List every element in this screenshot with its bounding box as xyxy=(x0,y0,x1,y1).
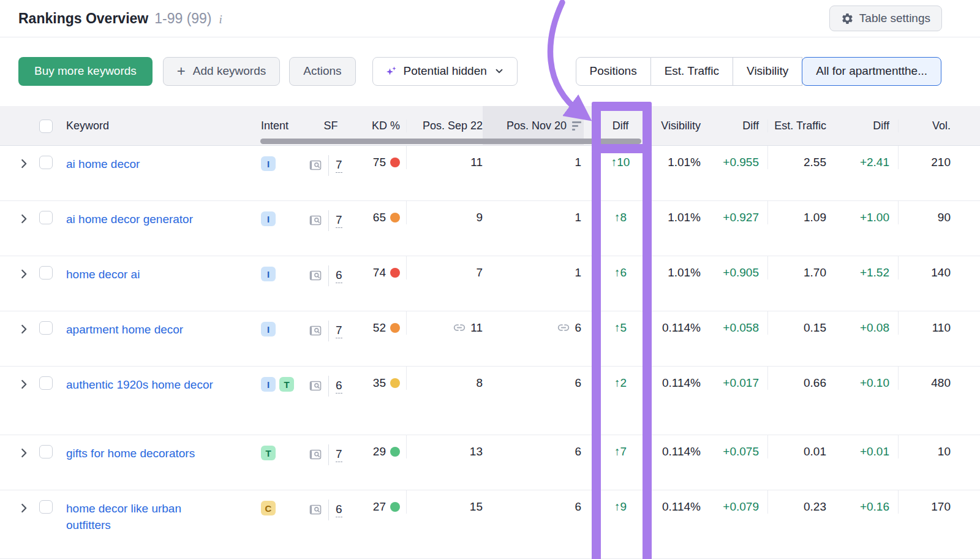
volume-value: 210 xyxy=(931,156,951,169)
pos-diff-cell: ↑2 xyxy=(584,367,657,390)
link-icon[interactable] xyxy=(453,323,466,332)
row-filler xyxy=(959,146,980,156)
sf-count[interactable]: 6 xyxy=(336,379,342,394)
keyword-link[interactable]: authentic 1920s home decor xyxy=(66,376,213,393)
serp-features-icon[interactable] xyxy=(309,270,323,282)
visibility-cell: 1.01% xyxy=(657,256,709,280)
col-intent[interactable]: Intent xyxy=(256,120,304,132)
expand-chevron-icon[interactable] xyxy=(17,267,31,281)
intent-badge-i[interactable]: I xyxy=(261,267,276,281)
view-tab-est-traffic[interactable]: Est. Traffic xyxy=(651,57,733,86)
buy-more-keywords-button[interactable]: Buy more keywords xyxy=(18,57,153,86)
expand-cell xyxy=(17,435,39,460)
table-settings-button[interactable]: Table settings xyxy=(829,6,942,31)
keyword-link[interactable]: ai home decor generator xyxy=(66,211,193,227)
intent-badge-i[interactable]: I xyxy=(261,211,276,226)
volume-cell: 480 xyxy=(898,367,959,390)
visibility-diff-cell: +0.079 xyxy=(709,490,767,514)
intent-badge-i[interactable]: I xyxy=(261,377,276,392)
pos-sep-22-cell: 11 xyxy=(406,146,483,169)
intent-badge-i[interactable]: I xyxy=(261,322,276,337)
expand-chevron-icon[interactable] xyxy=(17,212,31,226)
kd-difficulty-dot xyxy=(390,447,400,457)
est-traffic-cell: 1.09 xyxy=(767,201,835,224)
est-traffic-value: 0.66 xyxy=(804,376,826,390)
info-icon[interactable]: i xyxy=(219,13,222,26)
col-visibility-diff[interactable]: Diff xyxy=(709,120,767,132)
visibility-diff-cell: +0.075 xyxy=(709,435,767,458)
visibility-value: 0.114% xyxy=(662,445,701,458)
visibility-value: 0.114% xyxy=(662,376,701,390)
view-tab-positions[interactable]: Positions xyxy=(576,57,651,86)
sf-cell: 7 xyxy=(304,146,358,176)
row-checkbox[interactable] xyxy=(39,500,53,514)
visibility-diff-cell: +0.955 xyxy=(709,146,767,169)
col-volume[interactable]: Vol. xyxy=(898,120,959,132)
expand-chevron-icon[interactable] xyxy=(17,501,31,515)
row-checkbox[interactable] xyxy=(39,321,53,335)
keyword-cell: authentic 1920s home decor xyxy=(66,367,256,393)
serp-features-icon[interactable] xyxy=(309,504,323,516)
pos-new-value: 1 xyxy=(575,156,581,169)
sf-count[interactable]: 7 xyxy=(336,213,342,228)
serp-features-icon[interactable] xyxy=(309,449,323,461)
row-checkbox[interactable] xyxy=(39,156,53,169)
link-icon[interactable] xyxy=(557,323,570,332)
sf-count[interactable]: 7 xyxy=(336,158,342,173)
sf-count[interactable]: 6 xyxy=(336,503,342,517)
pos-nov-20-cell: 1 xyxy=(483,146,584,169)
pos-sep-22-cell: 11 xyxy=(406,311,483,335)
expand-chevron-icon[interactable] xyxy=(17,446,31,460)
keyword-link[interactable]: gifts for home decorators xyxy=(66,445,195,462)
expand-chevron-icon[interactable] xyxy=(17,322,31,336)
row-checkbox[interactable] xyxy=(39,445,53,458)
visibility-diff-cell: +0.927 xyxy=(709,201,767,224)
expand-chevron-icon[interactable] xyxy=(17,157,31,170)
col-kd[interactable]: KD % xyxy=(358,120,406,132)
row-filler xyxy=(959,435,980,445)
row-checkbox[interactable] xyxy=(39,211,53,224)
intent-badge-i[interactable]: I xyxy=(261,156,276,171)
est-traffic-diff-cell: +0.01 xyxy=(835,435,898,458)
col-pos-diff[interactable]: Diff xyxy=(584,120,657,132)
select-all-checkbox[interactable] xyxy=(39,120,53,133)
col-est-traffic[interactable]: Est. Traffic xyxy=(767,120,835,132)
col-pos-sep-22[interactable]: Pos. Sep 22 xyxy=(406,120,483,132)
table-row: home decor ai I 6 74 xyxy=(0,256,980,311)
col-sf[interactable]: SF xyxy=(304,120,358,132)
keyword-link[interactable]: home decor like urban outfitters xyxy=(66,500,221,533)
actions-button[interactable]: Actions xyxy=(289,57,355,86)
row-checkbox[interactable] xyxy=(39,266,53,280)
intent-badge-t[interactable]: T xyxy=(261,446,276,460)
serp-features-icon[interactable] xyxy=(309,159,323,172)
keyword-link[interactable]: apartment home decor xyxy=(66,321,183,338)
keyword-link[interactable]: ai home decor xyxy=(66,156,140,172)
horizontal-scrollbar-thumb[interactable] xyxy=(260,139,641,144)
visibility-diff-cell: +0.017 xyxy=(709,367,767,390)
col-est-traffic-diff[interactable]: Diff xyxy=(835,120,898,132)
sf-count[interactable]: 6 xyxy=(336,268,342,283)
sf-count[interactable]: 7 xyxy=(336,324,342,338)
potential-filter-button[interactable]: Potential hidden xyxy=(372,57,518,86)
add-keywords-button[interactable]: + Add keywords xyxy=(163,57,280,86)
intent-badge-t[interactable]: T xyxy=(279,377,294,392)
volume-cell: 210 xyxy=(898,146,959,169)
view-tab-all-for-domain[interactable]: All for apartmentthe... xyxy=(802,57,941,86)
view-tab-visibility[interactable]: Visibility xyxy=(733,57,802,86)
serp-features-icon[interactable] xyxy=(309,380,323,392)
sf-count[interactable]: 7 xyxy=(336,447,342,462)
col-visibility[interactable]: Visibility xyxy=(657,120,709,132)
intent-badge-c[interactable]: C xyxy=(261,501,276,515)
expand-chevron-icon[interactable] xyxy=(17,378,31,391)
visibility-diff-value: +0.079 xyxy=(723,500,759,514)
visibility-diff-value: +0.058 xyxy=(723,321,759,335)
serp-features-icon[interactable] xyxy=(309,215,323,227)
visibility-cell: 1.01% xyxy=(657,201,709,224)
row-checkbox[interactable] xyxy=(39,376,53,390)
row-filler xyxy=(959,367,980,376)
serp-features-icon[interactable] xyxy=(309,325,323,337)
keyword-link[interactable]: home decor ai xyxy=(66,266,140,283)
table-row: home decor like urban outfitters C 6 27 xyxy=(0,490,980,559)
est-traffic-value: 0.15 xyxy=(804,321,826,335)
col-keyword[interactable]: Keyword xyxy=(66,120,256,132)
